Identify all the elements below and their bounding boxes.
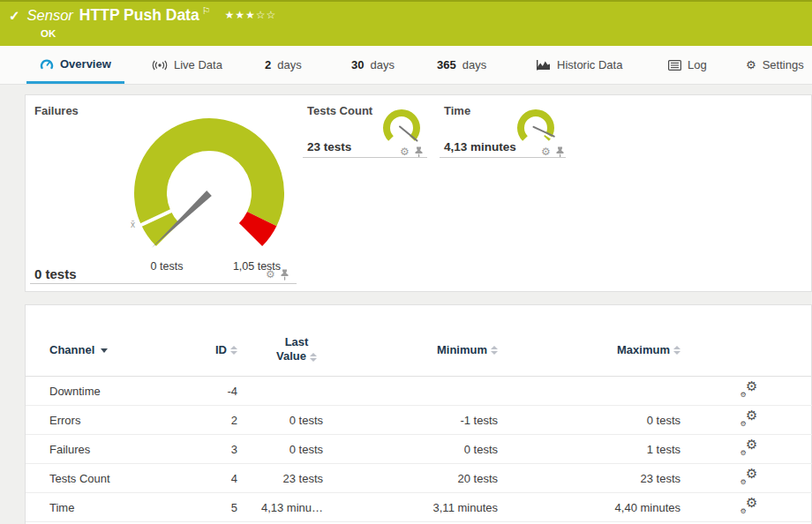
channel-maximum: 0 tests [502, 406, 685, 435]
column-header-channel-label: Channel [49, 343, 94, 356]
tab-30-days[interactable]: 30 days [351, 46, 395, 84]
column-header-minimum-label: Minimum [437, 343, 487, 356]
tab-live-data-label: Live Data [174, 58, 222, 71]
sort-icon [491, 346, 498, 355]
object-kind-label: Sensor [27, 7, 73, 24]
channel-minimum: -1 tests [327, 406, 502, 435]
gauge-settings-icon[interactable]: ⚙ [266, 268, 275, 281]
channel-last-value [242, 377, 327, 406]
tab-settings[interactable]: ⚙ Settings [746, 46, 804, 84]
gauge-settings-icon[interactable]: ⚙ [541, 146, 551, 158]
channel-name[interactable]: Failures [26, 435, 199, 464]
tab-settings-label: Settings [763, 58, 804, 71]
tab-2-days[interactable]: 2 days [265, 46, 302, 84]
channel-last-value: 23 tests [242, 464, 327, 493]
channel-minimum: 20 tests [327, 464, 502, 493]
tab-365-days[interactable]: 365 days [437, 46, 486, 84]
column-header-maximum-label: Maximum [617, 343, 670, 356]
channel-maximum: 1 tests [502, 435, 685, 464]
divider [30, 283, 297, 284]
status-badge: OK [41, 28, 56, 39]
channel-id: -4 [199, 377, 242, 406]
tab-365-days-number: 365 [437, 58, 456, 71]
channel-settings-icon[interactable]: ⚙⚙ [741, 382, 758, 397]
sort-descending-icon [101, 348, 108, 353]
channel-last-value: 4,13 minu… [242, 493, 327, 522]
channel-settings-icon[interactable]: ⚙⚙ [741, 411, 758, 426]
sort-icon [673, 346, 680, 355]
area-chart-icon [537, 59, 551, 71]
pin-icon[interactable] [280, 269, 289, 281]
column-header-minimum[interactable]: Minimum [327, 305, 502, 377]
gauge-tests-count-title: Tests Count [307, 104, 372, 117]
channel-minimum [327, 377, 502, 406]
column-header-channel[interactable]: Channel [26, 305, 199, 377]
gauge-time-title: Time [444, 104, 470, 117]
log-list-icon [668, 60, 681, 71]
tab-2-days-number: 2 [265, 58, 271, 71]
column-header-id[interactable]: ID [199, 305, 242, 377]
stars-filled[interactable]: ★★★ [225, 9, 256, 21]
priority-stars[interactable]: ★★★☆☆ [225, 9, 277, 21]
channel-id: 3 [199, 435, 242, 464]
channel-name[interactable]: Tests Count [26, 464, 199, 493]
gauge-tests-count-value: 23 tests [307, 140, 351, 153]
table-row-errors[interactable]: Errors 2 0 tests -1 tests 0 tests ⚙⚙ [26, 406, 812, 435]
gauge-failures-value: 0 tests [34, 266, 77, 281]
failures-gauge: x̄ [130, 116, 289, 258]
channel-maximum: 23 tests [502, 464, 685, 493]
tests-count-gauge [380, 109, 423, 150]
tab-30-days-number: 30 [351, 58, 364, 71]
sensor-title: HTTP Push Data [79, 6, 199, 25]
time-gauge [515, 109, 557, 150]
table-row-tests-count[interactable]: Tests Count 4 23 tests 20 tests 23 tests… [26, 464, 812, 493]
gauge-average-marker-label: x̄ [131, 220, 135, 229]
channel-minimum: 3,11 minutes [327, 493, 502, 522]
flag-icon[interactable]: ⚐ [202, 5, 211, 17]
pin-icon[interactable] [414, 146, 424, 158]
channel-id: 4 [199, 464, 242, 493]
pin-icon[interactable] [555, 146, 565, 158]
column-header-actions [685, 305, 812, 377]
sort-icon [230, 346, 237, 355]
sensor-header: ✓ Sensor HTTP Push Data ⚐ ★★★☆☆ OK [0, 0, 812, 46]
tab-log-label: Log [688, 58, 707, 71]
channel-table: Channel ID Last Value Minimum Maximum [26, 305, 812, 522]
tab-overview[interactable]: Overview [26, 46, 124, 84]
channel-last-value: 0 tests [242, 406, 327, 435]
tab-historic-data[interactable]: Historic Data [537, 46, 622, 84]
status-ok-check-icon: ✓ [9, 8, 20, 24]
channel-id: 5 [199, 493, 242, 522]
table-row-failures[interactable]: Failures 3 0 tests 0 tests 1 tests ⚙⚙ [26, 435, 812, 464]
channel-name[interactable]: Errors [26, 406, 199, 435]
broadcast-icon [152, 60, 168, 71]
channel-id: 2 [199, 406, 242, 435]
gauge-failures-title: Failures [34, 104, 79, 117]
column-header-last-value[interactable]: Last Value [242, 305, 327, 377]
gear-icon: ⚙ [746, 58, 756, 71]
table-row-time[interactable]: Time 5 4,13 minu… 3,11 minutes 4,40 minu… [26, 493, 812, 522]
table-row-downtime[interactable]: Downtime -4 ⚙⚙ [26, 377, 812, 406]
gauge-failures-actions: ⚙ [266, 268, 289, 281]
tab-overview-label: Overview [60, 57, 111, 71]
stars-empty[interactable]: ☆☆ [256, 9, 277, 21]
channel-settings-icon[interactable]: ⚙⚙ [741, 440, 758, 455]
gauge-tests-count-actions: ⚙ [400, 146, 424, 158]
channel-maximum [502, 377, 685, 406]
gauge-settings-icon[interactable]: ⚙ [400, 146, 410, 158]
channel-settings-icon[interactable]: ⚙⚙ [741, 469, 758, 484]
divider [303, 157, 427, 158]
gauge-time-actions: ⚙ [541, 146, 565, 158]
sort-icon [310, 353, 317, 362]
channel-name[interactable]: Downtime [26, 377, 199, 406]
channel-name[interactable]: Time [26, 493, 199, 522]
tab-live-data[interactable]: Live Data [152, 46, 222, 84]
channel-last-value: 0 tests [242, 435, 327, 464]
gauge-icon [40, 57, 54, 70]
tab-bar: Overview Live Data 2 days 30 days 365 da… [0, 46, 812, 85]
channel-settings-icon[interactable]: ⚙⚙ [741, 498, 758, 513]
tab-log[interactable]: Log [668, 46, 707, 84]
gauge-scale-min: 0 tests [132, 260, 202, 273]
tab-365-days-label: days [462, 58, 486, 71]
column-header-maximum[interactable]: Maximum [502, 305, 685, 377]
